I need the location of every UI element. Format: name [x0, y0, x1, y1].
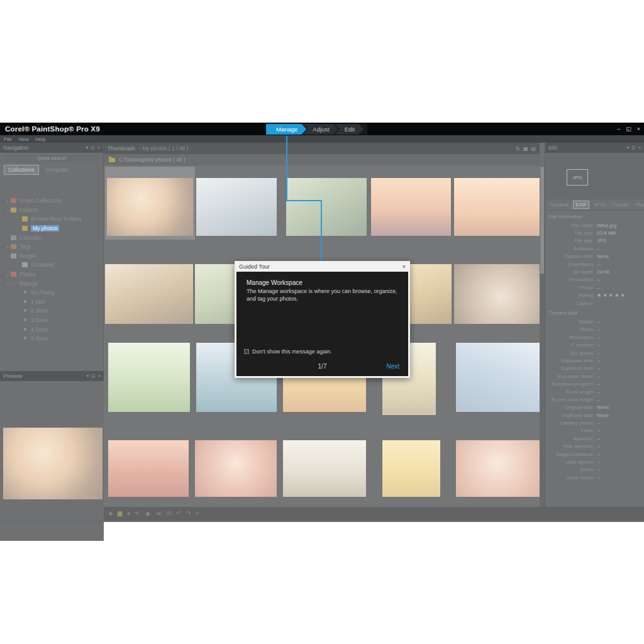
nav-tree-item[interactable]: ▸ Places	[0, 270, 104, 279]
tree-item-label: Browse More Folders	[31, 216, 82, 222]
info-tab[interactable]: People	[611, 201, 630, 208]
photo-thumbnail[interactable]	[371, 178, 451, 236]
preview-photo[interactable]	[3, 428, 103, 499]
dialog-title-bar[interactable]: Guided Tour ×	[235, 261, 410, 272]
tab-adjust[interactable]: Adjust	[303, 124, 338, 135]
info-row: File type JPG	[545, 237, 644, 245]
tree-expander-icon[interactable]: ▸	[5, 245, 11, 249]
collapse-icon[interactable]: ▾	[86, 145, 89, 150]
float-icon[interactable]: ◱	[631, 145, 636, 150]
info-tab[interactable]: EXIF	[573, 201, 589, 209]
grid-view-icon[interactable]: ▦	[523, 146, 528, 152]
tree-item-icon: ★	[22, 299, 28, 304]
info-tab[interactable]: General	[548, 201, 570, 208]
nav-tree-item[interactable]: ▾ ★ Ratings	[0, 279, 104, 288]
tree-expander-icon[interactable]: ▸	[5, 272, 11, 277]
restore-icon[interactable]: ◱	[626, 126, 631, 132]
tree-item-icon	[22, 226, 28, 231]
scrollbar-thumb[interactable]	[540, 167, 544, 274]
photo-thumbnail[interactable]	[454, 264, 540, 324]
info-row: Exposure mode --	[545, 372, 644, 380]
info-row: Light source --	[545, 458, 644, 465]
photo-thumbnail[interactable]	[286, 178, 367, 236]
view-options: ↻ ▦ ▤	[516, 146, 536, 152]
tree-expander-icon[interactable]: ▾	[5, 253, 11, 258]
float-icon[interactable]: ◱	[91, 145, 95, 150]
info-row-label: Orientation	[545, 262, 593, 267]
tree-item-icon	[22, 262, 28, 267]
nav-tree-item[interactable]: Unnamed	[0, 260, 104, 270]
dialog-pager: 1/7	[236, 363, 408, 370]
photo-thumbnail[interactable]	[107, 178, 193, 236]
nav-tree-item[interactable]: ▸ Smart Collections	[0, 196, 104, 206]
collapse-icon[interactable]: ▾	[87, 374, 89, 379]
close-panel-icon[interactable]: ×	[98, 374, 101, 379]
rotate-right-icon[interactable]: ↷	[186, 511, 191, 517]
info-row-label: Photo	[545, 285, 593, 291]
list-view-icon[interactable]: ≡	[109, 511, 113, 517]
nav-tree-item[interactable]: ★ 1 Star	[0, 297, 104, 307]
delete-icon[interactable]: ×	[196, 511, 199, 517]
photo-thumbnail[interactable]	[196, 178, 277, 236]
nav-tree-item[interactable]: ★ No Rating	[0, 288, 104, 297]
quick-search-input[interactable]	[4, 155, 99, 162]
menu-file[interactable]: File	[4, 136, 12, 142]
float-icon[interactable]: ◱	[91, 374, 96, 379]
photo-thumbnail[interactable]	[108, 440, 189, 497]
tab-collections[interactable]: Collections	[4, 165, 39, 175]
dont-show-checkbox[interactable]	[244, 349, 249, 354]
tab-manage[interactable]: Manage	[266, 124, 306, 135]
nav-tree-item[interactable]: Calendar	[0, 233, 104, 242]
close-panel-icon[interactable]: ×	[638, 145, 641, 150]
thumbnail-view-icon[interactable]: ▦	[117, 511, 123, 517]
close-icon[interactable]: ×	[637, 126, 640, 132]
menu-view[interactable]: View	[18, 136, 29, 142]
tab-edit[interactable]: Edit	[335, 124, 364, 135]
quick-search-row	[0, 153, 103, 164]
nav-tree-item[interactable]: ▾ Folders	[0, 206, 104, 215]
email-icon[interactable]: ✉	[167, 511, 172, 517]
nav-tree-item[interactable]: ★ 4 Stars	[0, 325, 104, 334]
photo-thumbnail[interactable]	[456, 440, 540, 497]
info-tab[interactable]: IPTC	[592, 201, 608, 208]
details-view-icon[interactable]: ▤	[531, 146, 536, 152]
refresh-view-icon[interactable]: ↻	[516, 146, 520, 152]
nav-tree-item[interactable]: ▾ People	[0, 252, 104, 261]
photo-thumbnail[interactable]	[454, 178, 540, 236]
tab-computer[interactable]: Computer	[42, 165, 72, 174]
tree-expander-icon[interactable]: ▾	[5, 281, 11, 286]
nav-tree-item[interactable]: ★ 2 Stars	[0, 306, 104, 316]
people-tag-icon[interactable]: ☻	[145, 511, 152, 517]
nav-tree-item[interactable]: Browse More Folders	[0, 214, 104, 224]
minimize-icon[interactable]: –	[617, 126, 620, 132]
edit-icon[interactable]: ✎	[135, 511, 140, 517]
collapse-icon[interactable]: ▾	[627, 145, 630, 150]
menu-help[interactable]: Help	[35, 136, 45, 142]
photo-thumbnail[interactable]	[283, 440, 366, 497]
dialog-close-icon[interactable]: ×	[402, 264, 406, 270]
nav-tree-item[interactable]: My photos	[0, 224, 104, 233]
info-row-value: None	[597, 253, 609, 259]
view-caret-icon[interactable]: ▾	[127, 511, 130, 517]
share-icon[interactable]: ≪	[155, 511, 162, 517]
photo-thumbnail[interactable]	[105, 264, 193, 324]
thumbnail-scrollbar[interactable]	[540, 165, 545, 507]
rotate-left-icon[interactable]: ↶	[176, 511, 181, 517]
photo-thumbnail[interactable]	[456, 343, 540, 412]
photo-thumbnail[interactable]	[382, 440, 440, 497]
photo-thumbnail[interactable]	[108, 343, 190, 412]
next-button[interactable]: Next	[386, 363, 399, 370]
close-panel-icon[interactable]: ×	[97, 145, 100, 150]
nav-tree-item[interactable]: ★ 5 Stars	[0, 334, 104, 343]
nav-tree-item[interactable]: ★ 3 Stars	[0, 316, 104, 325]
tree-expander-icon[interactable]: ▾	[5, 208, 11, 212]
tree-expander-icon[interactable]: ▸	[5, 199, 11, 203]
dont-show-row: Don't show this message again.	[244, 348, 332, 355]
photo-thumbnail[interactable]	[195, 440, 277, 497]
info-row-label: Camera preset	[545, 420, 593, 426]
info-row: Orientation --	[545, 260, 644, 268]
nav-tree-item[interactable]: ▸ Tags	[0, 242, 104, 252]
info-tab[interactable]: Places	[633, 201, 644, 208]
folder-bar[interactable]: C:\Desktop\My photos ( 48 )	[104, 154, 540, 165]
folder-path: C:\Desktop\My photos ( 48 )	[119, 157, 186, 163]
